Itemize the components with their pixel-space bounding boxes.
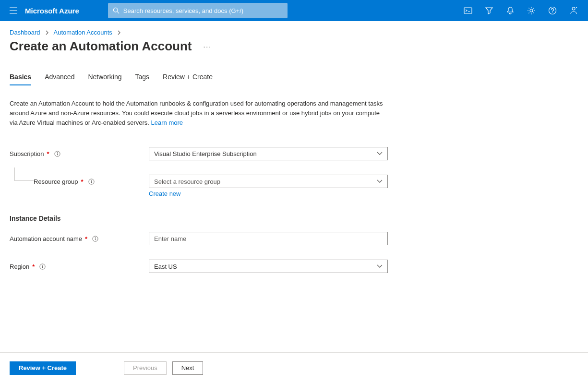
tab-description: Create an Automation Account to hold the… [10, 99, 384, 128]
resource-group-placeholder: Select a resource group [154, 178, 220, 185]
chevron-right-icon [117, 30, 121, 35]
breadcrumb: Dashboard Automation Accounts [10, 29, 578, 36]
hamburger-menu-button[interactable] [4, 0, 23, 21]
help-button[interactable] [542, 0, 563, 21]
learn-more-link[interactable]: Learn more [151, 119, 183, 126]
global-search[interactable] [108, 3, 288, 18]
breadcrumb-dashboard[interactable]: Dashboard [10, 29, 40, 36]
svg-rect-2 [464, 8, 472, 13]
account-name-input[interactable] [154, 235, 383, 242]
subscription-select[interactable]: Visual Studio Enterprise Subscription [149, 147, 388, 160]
page-content: Dashboard Automation Accounts Create an … [0, 21, 588, 273]
page-title: Create an Automation Account [10, 39, 192, 54]
region-row: Region * East US [10, 260, 578, 273]
account-name-label: Automation account name * [10, 235, 149, 242]
indent-line [14, 168, 34, 181]
required-indicator: * [47, 150, 49, 157]
feedback-button[interactable] [563, 0, 584, 21]
svg-point-8 [57, 152, 57, 153]
breadcrumb-automation-accounts[interactable]: Automation Accounts [54, 29, 112, 36]
azure-topbar: Microsoft Azure [0, 0, 588, 21]
chevron-down-icon [377, 180, 383, 183]
notifications-button[interactable] [500, 0, 521, 21]
more-actions-button[interactable]: ··· [203, 43, 212, 50]
settings-button[interactable] [521, 0, 542, 21]
directory-filter-button[interactable] [479, 0, 500, 21]
tab-tags[interactable]: Tags [135, 73, 149, 85]
azure-logo[interactable]: Microsoft Azure [25, 7, 79, 15]
topbar-actions [457, 0, 584, 21]
create-new-rg-row: Create new [149, 190, 578, 197]
required-indicator: * [32, 263, 35, 270]
svg-line-1 [117, 12, 119, 13]
info-icon[interactable] [92, 236, 98, 242]
tab-review-create[interactable]: Review + Create [163, 73, 213, 85]
search-input[interactable] [123, 7, 283, 14]
svg-point-3 [530, 9, 533, 12]
info-icon[interactable] [54, 151, 60, 157]
chevron-down-icon [377, 152, 383, 156]
account-name-row: Automation account name * [10, 232, 578, 245]
resource-group-label-text: Resource group [34, 178, 78, 185]
wizard-tabs: Basics Advanced Networking Tags Review +… [10, 73, 578, 85]
feedback-icon [569, 6, 578, 15]
svg-point-4 [549, 7, 556, 14]
page-title-row: Create an Automation Account ··· [10, 39, 578, 54]
region-select[interactable]: East US [149, 260, 388, 273]
tab-advanced[interactable]: Advanced [45, 73, 74, 85]
account-name-label-text: Automation account name [10, 235, 82, 242]
subscription-value: Visual Studio Enterprise Subscription [154, 150, 257, 157]
subscription-label-text: Subscription [10, 150, 44, 157]
instance-details-heading: Instance Details [10, 215, 578, 222]
region-label-text: Region [10, 263, 29, 270]
region-value: East US [154, 263, 177, 270]
required-indicator: * [81, 178, 84, 185]
account-name-input-wrap [149, 232, 388, 245]
subscription-label: Subscription * [10, 150, 149, 157]
svg-point-0 [113, 8, 118, 12]
required-indicator: * [85, 235, 87, 242]
gear-icon [527, 6, 536, 15]
resource-group-label: Resource group * [10, 178, 149, 185]
create-new-resource-group-link[interactable]: Create new [149, 190, 180, 197]
svg-point-14 [95, 237, 96, 238]
resource-group-select[interactable]: Select a resource group [149, 175, 388, 188]
help-icon [548, 6, 557, 15]
region-label: Region * [10, 263, 149, 270]
cloud-shell-button[interactable] [457, 0, 479, 21]
hamburger-icon [10, 7, 17, 14]
cloud-shell-icon [464, 7, 472, 14]
svg-point-17 [42, 265, 43, 265]
info-icon[interactable] [39, 263, 46, 270]
subscription-row: Subscription * Visual Studio Enterprise … [10, 147, 578, 160]
bell-icon [506, 6, 514, 15]
resource-group-row: Resource group * Select a resource group [10, 175, 578, 188]
svg-point-11 [91, 180, 91, 180]
chevron-down-icon [377, 264, 383, 268]
tab-networking[interactable]: Networking [88, 73, 121, 85]
description-text: Create an Automation Account to hold the… [10, 100, 383, 126]
chevron-right-icon [45, 30, 49, 35]
search-icon [113, 7, 120, 14]
tab-basics[interactable]: Basics [10, 73, 31, 85]
filter-icon [485, 6, 493, 15]
svg-point-5 [572, 7, 575, 10]
info-icon[interactable] [88, 179, 95, 185]
